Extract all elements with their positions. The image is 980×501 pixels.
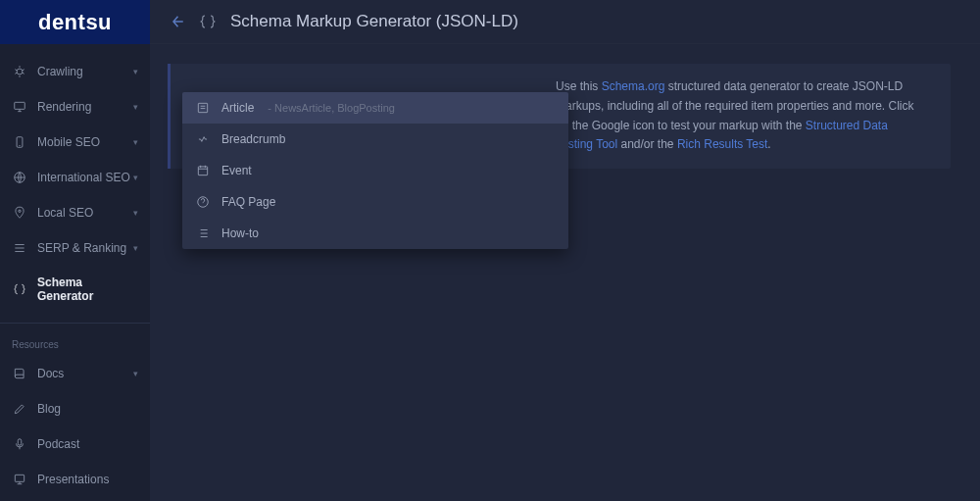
svg-point-0 — [17, 69, 23, 75]
sidebar-item-mobile-seo[interactable]: Mobile SEO ▾ — [0, 125, 150, 160]
sidebar-item-label: Rendering — [37, 100, 91, 114]
globe-icon — [12, 170, 27, 185]
dropdown-item-label: Event — [221, 164, 252, 177]
sidebar-item-label: Blog — [37, 402, 61, 416]
mic-icon — [12, 436, 27, 452]
article-icon — [196, 101, 210, 115]
sidebar-item-label: International SEO — [37, 171, 130, 184]
pencil-icon — [12, 401, 27, 417]
schema-select-column: Article - NewsArticle, BlogPosting Bread… — [168, 64, 542, 169]
svg-rect-7 — [198, 103, 207, 112]
svg-rect-8 — [198, 167, 207, 175]
help-icon — [196, 195, 210, 209]
sidebar-item-label: Docs — [37, 367, 64, 380]
dropdown-item-breadcrumb[interactable]: Breadcrumb — [182, 124, 568, 155]
tool-panel: Article - NewsArticle, BlogPosting Bread… — [168, 64, 951, 169]
chevron-down-icon: ▾ — [133, 173, 138, 182]
chevron-down-icon: ▾ — [133, 243, 138, 253]
braces-icon — [199, 13, 217, 30]
schema-org-link[interactable]: Schema.org — [602, 79, 665, 93]
sidebar: dentsu Crawling ▾ Rendering ▾ Mo — [0, 0, 150, 501]
dropdown-item-subtitle: - NewsArticle, BlogPosting — [268, 102, 395, 114]
sidebar-item-label: Local SEO — [37, 206, 93, 220]
resources-section-label: Resources — [0, 324, 150, 356]
sidebar-item-label: Podcast — [37, 437, 79, 451]
list-icon — [12, 240, 27, 256]
svg-rect-5 — [18, 439, 22, 445]
svg-rect-6 — [15, 475, 24, 481]
rich-results-link[interactable]: Rich Results Test — [677, 137, 767, 151]
monitor-icon — [12, 99, 27, 115]
chevron-down-icon: ▾ — [133, 67, 138, 76]
calendar-icon — [196, 164, 210, 177]
intro-text: Use this Schema.org structured data gene… — [542, 64, 951, 169]
dropdown-item-faq[interactable]: FAQ Page — [182, 186, 568, 218]
svg-rect-1 — [15, 102, 25, 109]
braces-icon — [12, 281, 27, 297]
content-area: Article - NewsArticle, BlogPosting Bread… — [150, 44, 980, 188]
brand-logo[interactable]: dentsu — [0, 0, 150, 44]
dropdown-item-label: Article — [221, 101, 254, 115]
sidebar-item-local-seo[interactable]: Local SEO ▾ — [0, 195, 150, 230]
back-button[interactable] — [168, 13, 185, 30]
dropdown-item-label: Breadcrumb — [221, 132, 285, 146]
page-header: Schema Markup Generator (JSON-LD) — [150, 0, 980, 44]
sidebar-item-serp-ranking[interactable]: SERP & Ranking ▾ — [0, 230, 150, 266]
sidebar-item-crawling[interactable]: Crawling ▾ — [0, 54, 150, 89]
sidebar-item-podcast[interactable]: Podcast — [0, 426, 150, 462]
bug-icon — [12, 64, 27, 79]
page-title: Schema Markup Generator (JSON-LD) — [230, 12, 518, 31]
breadcrumb-icon — [196, 132, 210, 146]
sidebar-item-rendering[interactable]: Rendering ▾ — [0, 89, 150, 125]
sidebar-item-docs[interactable]: Docs ▾ — [0, 356, 150, 391]
chevron-down-icon: ▾ — [133, 137, 138, 147]
sidebar-item-label: Schema Generator — [37, 276, 138, 303]
mobile-icon — [12, 134, 27, 150]
svg-point-4 — [19, 210, 21, 212]
dropdown-item-event[interactable]: Event — [182, 155, 568, 186]
chevron-down-icon: ▾ — [133, 369, 138, 378]
presentation-icon — [12, 472, 27, 487]
sidebar-item-label: Mobile SEO — [37, 135, 100, 149]
dropdown-item-label: How-to — [221, 226, 259, 240]
schema-type-dropdown: Article - NewsArticle, BlogPosting Bread… — [182, 92, 568, 249]
dropdown-item-article[interactable]: Article - NewsArticle, BlogPosting — [182, 92, 568, 124]
chevron-down-icon: ▾ — [133, 208, 138, 218]
dropdown-item-howto[interactable]: How-to — [182, 218, 568, 249]
sidebar-item-international-seo[interactable]: International SEO ▾ — [0, 160, 150, 195]
pin-icon — [12, 205, 27, 221]
book-icon — [12, 366, 27, 381]
sidebar-item-blog[interactable]: Blog — [0, 391, 150, 426]
sidebar-item-label: Presentations — [37, 473, 109, 486]
list-icon — [196, 226, 210, 240]
sidebar-item-label: Crawling — [37, 65, 83, 78]
sidebar-item-schema-generator[interactable]: Schema Generator — [0, 266, 150, 313]
main-nav: Crawling ▾ Rendering ▾ Mobile SEO ▾ — [0, 44, 150, 497]
sidebar-item-presentations[interactable]: Presentations — [0, 462, 150, 497]
main-content: Schema Markup Generator (JSON-LD) Articl… — [150, 0, 980, 501]
dropdown-item-label: FAQ Page — [221, 195, 275, 209]
sidebar-item-label: SERP & Ranking — [37, 241, 126, 255]
chevron-down-icon: ▾ — [133, 102, 138, 112]
